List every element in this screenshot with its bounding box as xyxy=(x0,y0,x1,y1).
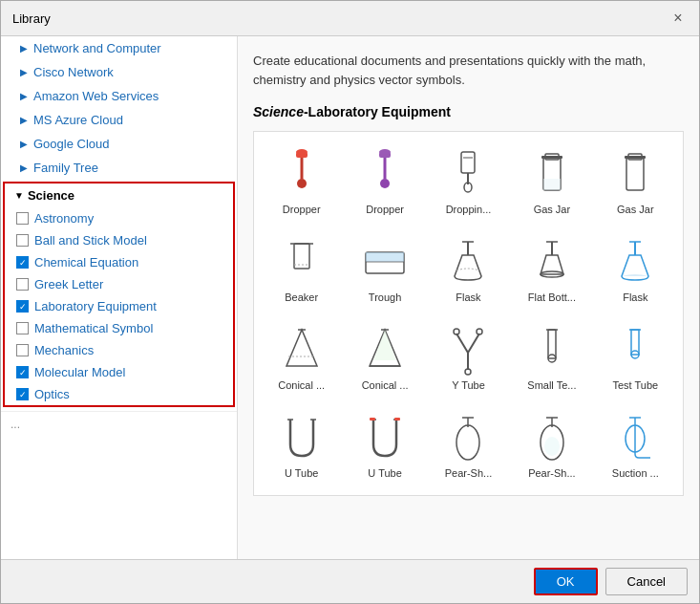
utube2-icon xyxy=(359,412,411,464)
grid-item-label: U Tube xyxy=(368,467,401,479)
sidebar-item-cisco[interactable]: ▶ Cisco Network xyxy=(1,60,237,84)
gasjar1-icon xyxy=(526,148,578,200)
svg-point-7 xyxy=(379,149,391,155)
sidebar-item-aws[interactable]: ▶ Amazon Web Services xyxy=(1,84,237,108)
grid-item-suction[interactable]: Suction ... xyxy=(596,403,675,487)
grid-item-label: Gas Jar xyxy=(617,204,654,215)
grid-item-label: Test Tube xyxy=(612,379,658,391)
cat-subtitle: Laboratory Equipment xyxy=(308,104,451,119)
grid-item-smalltest[interactable]: Small Te... xyxy=(512,315,591,399)
sub-item-label: Greek Letter xyxy=(34,277,103,291)
ytube-icon xyxy=(442,324,494,376)
sub-item-label: Mathematical Symbol xyxy=(34,321,153,335)
flask2-icon xyxy=(609,236,661,288)
library-dialog: Library × ▶ Network and Computer ▶ Cisco… xyxy=(0,0,700,604)
checkbox-ballstick[interactable] xyxy=(16,234,29,247)
sub-item-label: Ball and Stick Model xyxy=(34,233,147,248)
grid-item-label: Gas Jar xyxy=(534,204,571,215)
grid-item-dropping[interactable]: Droppin... xyxy=(429,140,508,224)
grid-item-flask1[interactable]: Flask xyxy=(429,227,508,312)
svg-rect-52 xyxy=(394,418,400,421)
cancel-button[interactable]: Cancel xyxy=(605,568,688,595)
checkbox-mechanics[interactable] xyxy=(16,344,29,356)
svg-point-5 xyxy=(380,179,390,188)
sub-item-label: Molecular Model xyxy=(34,365,125,379)
svg-rect-16 xyxy=(626,158,644,190)
items-grid: Dropper Dropper xyxy=(253,131,684,496)
cat-name: Science xyxy=(253,104,304,119)
sub-item-labequip[interactable]: Laboratory Equipment xyxy=(12,295,233,317)
grid-item-label: Conical ... xyxy=(362,379,409,391)
flatbottom-icon xyxy=(526,236,578,288)
svg-rect-51 xyxy=(370,418,375,421)
science-children: Astronomy Ball and Stick Model Chemical … xyxy=(5,207,233,405)
grid-item-label: Y Tube xyxy=(452,379,485,391)
sub-item-mathsymbol[interactable]: Mathematical Symbol xyxy=(12,317,233,339)
grid-item-label: Dropper xyxy=(283,204,321,215)
sub-item-optics[interactable]: Optics xyxy=(12,383,233,405)
sub-item-label: Mechanics xyxy=(34,343,94,357)
sub-item-mechanics[interactable]: Mechanics xyxy=(12,339,233,361)
sub-item-greek[interactable]: Greek Letter xyxy=(12,273,233,295)
close-button[interactable]: × xyxy=(668,9,688,28)
svg-rect-23 xyxy=(366,252,404,262)
sub-item-astronomy[interactable]: Astronomy xyxy=(12,207,233,229)
gasjar2-icon xyxy=(609,148,661,200)
grid-item-ytube[interactable]: Y Tube xyxy=(429,315,508,399)
grid-item-gasjar1[interactable]: Gas Jar xyxy=(512,140,591,224)
grid-item-utube1[interactable]: U Tube xyxy=(262,403,341,487)
grid-item-pearsh2[interactable]: Pear-Sh... xyxy=(512,403,591,487)
grid-item-label: Beaker xyxy=(285,291,318,303)
sidebar-item-family[interactable]: ▶ Family Tree xyxy=(1,156,237,180)
svg-rect-14 xyxy=(541,156,562,159)
sidebar-item-label: Cisco Network xyxy=(33,65,114,79)
pearsh2-icon xyxy=(526,412,578,464)
dropper1-icon xyxy=(276,148,328,200)
ok-button[interactable]: OK xyxy=(534,568,598,595)
testtube-icon xyxy=(609,324,661,376)
science-header[interactable]: ▼ Science xyxy=(5,183,233,207)
grid-item-trough[interactable]: Trough xyxy=(345,227,424,312)
dialog-title: Library xyxy=(12,11,51,26)
arrow-icon: ▶ xyxy=(20,162,28,173)
sidebar-item-label: Amazon Web Services xyxy=(33,89,159,103)
svg-rect-18 xyxy=(625,156,646,159)
grid-item-gasjar2[interactable]: Gas Jar xyxy=(596,140,675,224)
sub-item-ballstick[interactable]: Ball and Stick Model xyxy=(12,229,233,251)
grid-item-utube2[interactable]: U Tube xyxy=(345,403,424,487)
arrow-icon: ▶ xyxy=(20,43,28,54)
checkbox-molecular[interactable] xyxy=(16,366,29,378)
grid-item-beaker[interactable]: Beaker xyxy=(262,227,341,312)
science-label: Science xyxy=(28,188,74,203)
arrow-icon: ▶ xyxy=(20,91,28,101)
grid-item-conical1[interactable]: Conical ... xyxy=(262,315,341,399)
science-section: ▼ Science Astronomy Ball and Stick Model xyxy=(3,182,235,407)
grid-item-testtube[interactable]: Test Tube xyxy=(596,315,675,399)
checkbox-astronomy[interactable] xyxy=(16,212,29,225)
checkbox-greek[interactable] xyxy=(16,278,29,291)
grid-item-flatbottom[interactable]: Flat Bott... xyxy=(512,227,591,312)
sub-item-label: Chemical Equation xyxy=(34,255,138,270)
grid-item-flask2[interactable]: Flask xyxy=(596,227,675,312)
grid-item-dropper2[interactable]: Dropper xyxy=(345,140,424,224)
checkbox-labequip[interactable] xyxy=(16,300,29,313)
sidebar-item-azure[interactable]: ▶ MS Azure Cloud xyxy=(1,108,237,132)
sub-item-molecular[interactable]: Molecular Model xyxy=(12,361,233,383)
svg-line-36 xyxy=(456,334,468,353)
grid-item-pearsh1[interactable]: Pear-Sh... xyxy=(429,403,508,487)
sidebar-item-network[interactable]: ▶ Network and Computer xyxy=(1,36,237,60)
checkbox-mathsymbol[interactable] xyxy=(16,322,29,334)
grid-item-dropper1[interactable]: Dropper xyxy=(262,140,341,224)
sub-item-chemical[interactable]: Chemical Equation xyxy=(12,251,233,273)
checkbox-chemical[interactable] xyxy=(16,256,29,269)
grid-item-conical2[interactable]: Conical ... xyxy=(345,315,424,399)
sidebar-item-label: Google Cloud xyxy=(33,137,110,151)
sub-item-label: Laboratory Equipment xyxy=(34,299,157,313)
checkbox-optics[interactable] xyxy=(16,388,29,400)
utube1-icon xyxy=(276,412,328,464)
grid-item-label: Flask xyxy=(456,291,480,303)
grid-item-label: Droppin... xyxy=(446,204,492,215)
trough-icon xyxy=(359,236,411,288)
smalltest-icon xyxy=(526,324,578,376)
sidebar-item-google[interactable]: ▶ Google Cloud xyxy=(1,132,237,156)
